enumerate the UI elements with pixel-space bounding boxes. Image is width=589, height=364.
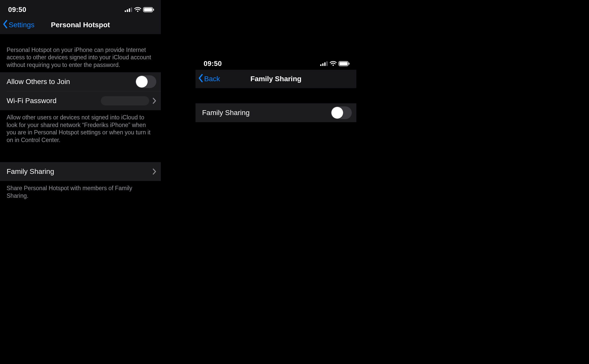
screenshot-left: 09:50 Settings Personal Hotspot Personal… [0,0,161,200]
back-label: Settings [9,21,34,29]
svg-rect-0 [125,10,126,12]
svg-point-12 [332,64,334,66]
back-label: Back [204,75,220,83]
cell-family-sharing[interactable]: Family Sharing [0,162,161,181]
status-bar: 09:50 [195,54,356,70]
back-button[interactable]: Settings [3,20,34,30]
svg-rect-10 [324,62,326,66]
svg-rect-6 [144,8,152,11]
chevron-left-icon [3,20,8,30]
status-time: 09:50 [204,60,222,68]
svg-rect-7 [153,9,154,11]
screenshot-right: 09:50 Back Family Sharing Family Sharing [195,54,356,122]
nav-bar: Settings Personal Hotspot [0,16,161,34]
svg-rect-3 [131,7,132,12]
cell-group-hotspot: Allow Others to Join Wi-Fi Password [0,72,161,110]
cell-label: Allow Others to Join [7,78,70,86]
svg-rect-11 [326,61,328,66]
wifi-icon [134,7,141,12]
allow-others-toggle[interactable] [135,75,156,88]
svg-rect-15 [349,63,349,65]
status-icons [320,61,350,66]
back-button[interactable]: Back [198,74,220,84]
wifi-icon [330,61,337,66]
family-sharing-toggle[interactable] [331,106,352,119]
section-footer-text: Allow other users or devices not signed … [0,110,161,144]
cell-label: Family Sharing [202,109,250,117]
cell-family-sharing-toggle[interactable]: Family Sharing [195,103,356,122]
svg-rect-9 [322,63,324,66]
section-footer-text: Share Personal Hotspot with members of F… [0,181,161,200]
nav-bar: Back Family Sharing [195,70,356,88]
cell-label: Wi-Fi Password [7,97,57,105]
cellular-signal-icon [125,7,132,12]
battery-icon [143,7,154,12]
cellular-signal-icon [320,61,328,66]
svg-rect-8 [320,64,321,66]
svg-rect-2 [129,8,130,12]
cell-group-family-toggle: Family Sharing [195,103,356,122]
section-header-text: Personal Hotspot on your iPhone can prov… [0,34,161,72]
status-time: 09:50 [8,6,26,14]
cell-group-family: Family Sharing [0,162,161,181]
svg-rect-14 [340,62,348,65]
status-icons [125,7,154,12]
switch-knob [136,76,148,88]
cell-wifi-password[interactable]: Wi-Fi Password [0,91,161,110]
switch-knob [331,107,343,119]
battery-icon [339,61,350,66]
chevron-left-icon [198,74,204,84]
chevron-right-icon [153,169,156,175]
status-bar: 09:50 [0,0,161,16]
password-redacted [101,96,149,105]
svg-rect-1 [127,9,128,12]
cell-allow-others[interactable]: Allow Others to Join [0,72,161,91]
chevron-right-icon [153,98,156,104]
svg-point-4 [137,10,138,12]
cell-label: Family Sharing [7,167,54,176]
